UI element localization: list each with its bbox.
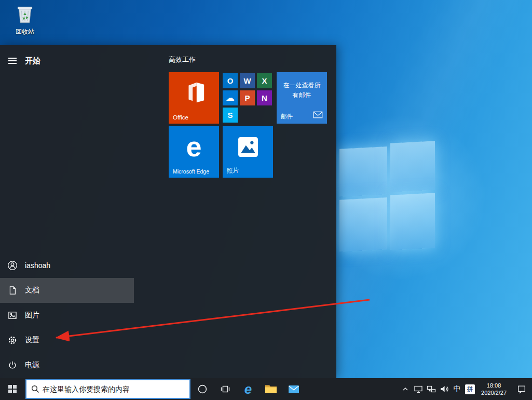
system-tray: 中 拼 18:08 2020/2/27 [399, 378, 532, 400]
cortana-button[interactable] [191, 378, 214, 400]
office-icon [169, 81, 219, 104]
user-icon [0, 260, 25, 271]
onedrive-icon[interactable]: ☁ [223, 90, 238, 105]
document-icon [0, 285, 25, 296]
tile-group-title: 高效工作 [169, 56, 331, 64]
sidebar-item-settings[interactable]: 设置 [0, 328, 134, 353]
tile-office[interactable]: Office [169, 72, 219, 124]
tile-microsoft-edge[interactable]: e Microsoft Edge [169, 126, 219, 178]
tile-label: Microsoft Edge [173, 168, 209, 175]
sidebar-item-label: iashoah [25, 261, 50, 270]
sidebar-item-power[interactable]: 电源 [0, 353, 134, 378]
sidebar-item-documents[interactable]: 文档 [0, 278, 134, 303]
photos-icon [223, 137, 273, 157]
start-menu-tiles: 高效工作 Office O W X ☁ P N [169, 56, 331, 178]
start-menu: 开始 iashoah 文档 [0, 45, 336, 378]
tile-photos[interactable]: 照片 [223, 126, 273, 178]
windows-logo-pane [390, 141, 435, 192]
tile-label: 照片 [227, 167, 239, 175]
start-button[interactable] [0, 378, 25, 400]
word-icon[interactable]: W [240, 73, 255, 88]
action-center-icon [517, 384, 526, 394]
mail-icon [288, 385, 299, 394]
start-menu-sidebar: iashoah 文档 图片 [0, 253, 134, 378]
chevron-up-icon [402, 385, 409, 393]
windows-logo-pane [339, 146, 387, 197]
envelope-icon [313, 111, 323, 121]
sidebar-item-pictures[interactable]: 图片 [0, 303, 134, 328]
onenote-icon[interactable]: N [257, 90, 272, 105]
sidebar-item-label: 文档 [25, 286, 39, 295]
clock-time: 18:08 [481, 382, 507, 389]
mail-taskbar-button[interactable] [282, 378, 305, 400]
tile-office-apps-group: O W X ☁ P N S [223, 72, 273, 124]
windows-logo-pane [390, 193, 435, 250]
action-center-button[interactable] [511, 378, 532, 400]
sidebar-item-label: 电源 [25, 361, 39, 370]
mail-tile-message: 在一处查看所有邮件 [277, 72, 327, 100]
folder-icon [265, 384, 277, 394]
speaker-icon [440, 385, 449, 393]
display-icon [414, 385, 423, 393]
network-button[interactable] [425, 378, 438, 400]
ime-mode-badge: 拼 [465, 384, 475, 394]
edge-icon: e [169, 130, 219, 163]
skype-icon[interactable]: S [223, 108, 238, 123]
recycle-bin-label: 回收站 [5, 28, 45, 36]
ime-language-indicator[interactable]: 中 [451, 378, 463, 400]
ethernet-icon [427, 385, 436, 393]
tile-label: Office [173, 114, 188, 121]
hamburger-menu-icon[interactable] [0, 58, 25, 64]
file-explorer-button[interactable] [260, 378, 282, 400]
excel-icon[interactable]: X [257, 73, 272, 88]
gear-icon [0, 335, 25, 345]
windows-logo-wallpaper [335, 137, 439, 257]
tray-expand-button[interactable] [399, 378, 412, 400]
recycle-bin[interactable]: 回收站 [5, 3, 45, 36]
tile-label: 邮件 [281, 113, 293, 121]
search-icon [31, 385, 39, 393]
powerpoint-icon[interactable]: P [240, 90, 255, 105]
search-input[interactable] [43, 380, 189, 398]
windows-logo-icon [8, 385, 17, 393]
recycle-bin-icon [14, 18, 36, 26]
taskbar-search-box[interactable] [25, 379, 190, 399]
volume-button[interactable] [438, 378, 451, 400]
sidebar-item-label: 设置 [25, 336, 39, 345]
power-icon [0, 360, 25, 370]
clock-date: 2020/2/27 [481, 389, 507, 396]
taskbar: e [0, 378, 532, 400]
task-view-icon [220, 384, 230, 394]
sidebar-item-user[interactable]: iashoah [0, 253, 134, 278]
edge-taskbar-button[interactable]: e [237, 378, 260, 400]
task-view-button[interactable] [214, 378, 237, 400]
start-menu-title: 开始 [25, 56, 40, 66]
sidebar-item-label: 图片 [25, 311, 39, 320]
cortana-icon [197, 384, 208, 394]
tray-display-button[interactable] [412, 378, 425, 400]
start-menu-header: 开始 [0, 54, 40, 68]
windows-logo-pane [339, 197, 387, 252]
tile-mail[interactable]: 在一处查看所有邮件 邮件 [277, 72, 327, 124]
taskbar-clock[interactable]: 18:08 2020/2/27 [476, 378, 511, 400]
outlook-icon[interactable]: O [223, 73, 238, 88]
edge-icon: e [244, 381, 252, 397]
pictures-icon [0, 310, 25, 321]
ime-mode-indicator[interactable]: 拼 [463, 378, 476, 400]
